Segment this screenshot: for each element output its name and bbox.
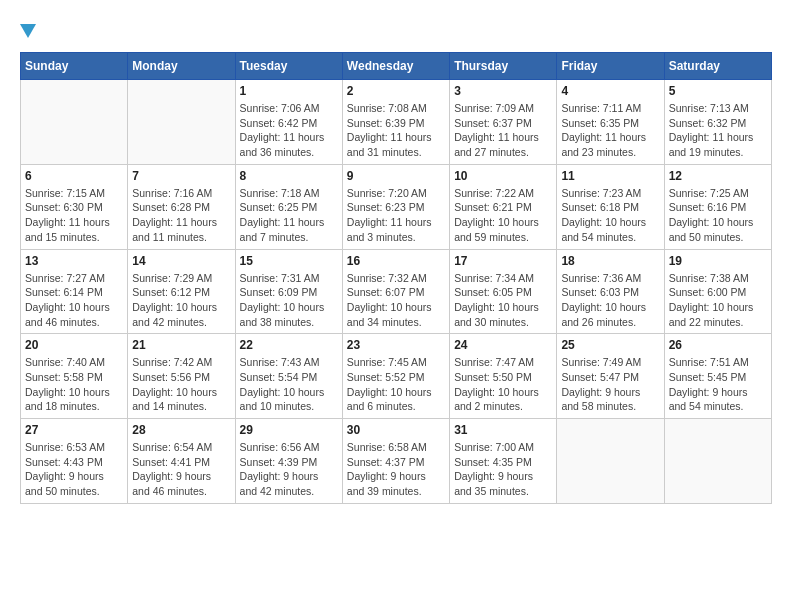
weekday-header-tuesday: Tuesday xyxy=(235,53,342,80)
calendar-cell: 6Sunrise: 7:15 AMSunset: 6:30 PMDaylight… xyxy=(21,164,128,249)
calendar-cell: 3Sunrise: 7:09 AMSunset: 6:37 PMDaylight… xyxy=(450,80,557,165)
day-info: Sunrise: 7:43 AMSunset: 5:54 PMDaylight:… xyxy=(240,355,338,414)
calendar-cell: 24Sunrise: 7:47 AMSunset: 5:50 PMDayligh… xyxy=(450,334,557,419)
day-info: Sunrise: 7:32 AMSunset: 6:07 PMDaylight:… xyxy=(347,271,445,330)
page-header xyxy=(20,20,772,42)
svg-marker-0 xyxy=(20,24,36,38)
day-number: 16 xyxy=(347,254,445,268)
day-info: Sunrise: 7:40 AMSunset: 5:58 PMDaylight:… xyxy=(25,355,123,414)
weekday-header-friday: Friday xyxy=(557,53,664,80)
calendar-table: SundayMondayTuesdayWednesdayThursdayFrid… xyxy=(20,52,772,504)
day-number: 17 xyxy=(454,254,552,268)
calendar-week-row: 1Sunrise: 7:06 AMSunset: 6:42 PMDaylight… xyxy=(21,80,772,165)
day-number: 23 xyxy=(347,338,445,352)
calendar-cell: 21Sunrise: 7:42 AMSunset: 5:56 PMDayligh… xyxy=(128,334,235,419)
day-info: Sunrise: 7:23 AMSunset: 6:18 PMDaylight:… xyxy=(561,186,659,245)
calendar-cell: 31Sunrise: 7:00 AMSunset: 4:35 PMDayligh… xyxy=(450,419,557,504)
weekday-header-wednesday: Wednesday xyxy=(342,53,449,80)
weekday-header-sunday: Sunday xyxy=(21,53,128,80)
calendar-cell: 19Sunrise: 7:38 AMSunset: 6:00 PMDayligh… xyxy=(664,249,771,334)
day-number: 31 xyxy=(454,423,552,437)
day-info: Sunrise: 7:18 AMSunset: 6:25 PMDaylight:… xyxy=(240,186,338,245)
day-info: Sunrise: 7:25 AMSunset: 6:16 PMDaylight:… xyxy=(669,186,767,245)
day-info: Sunrise: 6:58 AMSunset: 4:37 PMDaylight:… xyxy=(347,440,445,499)
day-number: 22 xyxy=(240,338,338,352)
calendar-cell: 26Sunrise: 7:51 AMSunset: 5:45 PMDayligh… xyxy=(664,334,771,419)
day-number: 7 xyxy=(132,169,230,183)
day-number: 3 xyxy=(454,84,552,98)
calendar-cell: 22Sunrise: 7:43 AMSunset: 5:54 PMDayligh… xyxy=(235,334,342,419)
day-number: 4 xyxy=(561,84,659,98)
day-info: Sunrise: 7:08 AMSunset: 6:39 PMDaylight:… xyxy=(347,101,445,160)
day-number: 5 xyxy=(669,84,767,98)
calendar-cell: 28Sunrise: 6:54 AMSunset: 4:41 PMDayligh… xyxy=(128,419,235,504)
day-info: Sunrise: 7:49 AMSunset: 5:47 PMDaylight:… xyxy=(561,355,659,414)
day-info: Sunrise: 7:45 AMSunset: 5:52 PMDaylight:… xyxy=(347,355,445,414)
calendar-cell: 23Sunrise: 7:45 AMSunset: 5:52 PMDayligh… xyxy=(342,334,449,419)
calendar-cell: 30Sunrise: 6:58 AMSunset: 4:37 PMDayligh… xyxy=(342,419,449,504)
calendar-cell: 5Sunrise: 7:13 AMSunset: 6:32 PMDaylight… xyxy=(664,80,771,165)
day-info: Sunrise: 7:06 AMSunset: 6:42 PMDaylight:… xyxy=(240,101,338,160)
calendar-week-row: 6Sunrise: 7:15 AMSunset: 6:30 PMDaylight… xyxy=(21,164,772,249)
day-info: Sunrise: 7:00 AMSunset: 4:35 PMDaylight:… xyxy=(454,440,552,499)
calendar-cell xyxy=(128,80,235,165)
calendar-cell: 11Sunrise: 7:23 AMSunset: 6:18 PMDayligh… xyxy=(557,164,664,249)
day-info: Sunrise: 7:31 AMSunset: 6:09 PMDaylight:… xyxy=(240,271,338,330)
day-info: Sunrise: 7:20 AMSunset: 6:23 PMDaylight:… xyxy=(347,186,445,245)
day-info: Sunrise: 7:13 AMSunset: 6:32 PMDaylight:… xyxy=(669,101,767,160)
day-number: 13 xyxy=(25,254,123,268)
day-info: Sunrise: 7:42 AMSunset: 5:56 PMDaylight:… xyxy=(132,355,230,414)
day-number: 12 xyxy=(669,169,767,183)
calendar-week-row: 20Sunrise: 7:40 AMSunset: 5:58 PMDayligh… xyxy=(21,334,772,419)
day-number: 20 xyxy=(25,338,123,352)
day-number: 2 xyxy=(347,84,445,98)
day-info: Sunrise: 7:47 AMSunset: 5:50 PMDaylight:… xyxy=(454,355,552,414)
day-info: Sunrise: 7:16 AMSunset: 6:28 PMDaylight:… xyxy=(132,186,230,245)
day-info: Sunrise: 7:51 AMSunset: 5:45 PMDaylight:… xyxy=(669,355,767,414)
day-info: Sunrise: 6:54 AMSunset: 4:41 PMDaylight:… xyxy=(132,440,230,499)
day-info: Sunrise: 7:15 AMSunset: 6:30 PMDaylight:… xyxy=(25,186,123,245)
day-number: 9 xyxy=(347,169,445,183)
calendar-cell: 15Sunrise: 7:31 AMSunset: 6:09 PMDayligh… xyxy=(235,249,342,334)
calendar-cell: 1Sunrise: 7:06 AMSunset: 6:42 PMDaylight… xyxy=(235,80,342,165)
calendar-week-row: 27Sunrise: 6:53 AMSunset: 4:43 PMDayligh… xyxy=(21,419,772,504)
day-number: 19 xyxy=(669,254,767,268)
day-info: Sunrise: 7:34 AMSunset: 6:05 PMDaylight:… xyxy=(454,271,552,330)
calendar-cell xyxy=(21,80,128,165)
day-number: 30 xyxy=(347,423,445,437)
weekday-header-saturday: Saturday xyxy=(664,53,771,80)
calendar-cell: 18Sunrise: 7:36 AMSunset: 6:03 PMDayligh… xyxy=(557,249,664,334)
logo-arrow-icon xyxy=(20,20,36,42)
calendar-cell: 10Sunrise: 7:22 AMSunset: 6:21 PMDayligh… xyxy=(450,164,557,249)
day-number: 21 xyxy=(132,338,230,352)
calendar-cell: 4Sunrise: 7:11 AMSunset: 6:35 PMDaylight… xyxy=(557,80,664,165)
day-number: 18 xyxy=(561,254,659,268)
day-number: 15 xyxy=(240,254,338,268)
calendar-cell xyxy=(557,419,664,504)
calendar-week-row: 13Sunrise: 7:27 AMSunset: 6:14 PMDayligh… xyxy=(21,249,772,334)
day-number: 28 xyxy=(132,423,230,437)
day-number: 25 xyxy=(561,338,659,352)
weekday-header-thursday: Thursday xyxy=(450,53,557,80)
calendar-cell: 13Sunrise: 7:27 AMSunset: 6:14 PMDayligh… xyxy=(21,249,128,334)
calendar-cell: 29Sunrise: 6:56 AMSunset: 4:39 PMDayligh… xyxy=(235,419,342,504)
day-info: Sunrise: 7:22 AMSunset: 6:21 PMDaylight:… xyxy=(454,186,552,245)
day-number: 11 xyxy=(561,169,659,183)
day-number: 6 xyxy=(25,169,123,183)
logo xyxy=(20,20,36,42)
day-info: Sunrise: 6:53 AMSunset: 4:43 PMDaylight:… xyxy=(25,440,123,499)
day-info: Sunrise: 7:29 AMSunset: 6:12 PMDaylight:… xyxy=(132,271,230,330)
day-info: Sunrise: 7:27 AMSunset: 6:14 PMDaylight:… xyxy=(25,271,123,330)
calendar-cell: 14Sunrise: 7:29 AMSunset: 6:12 PMDayligh… xyxy=(128,249,235,334)
calendar-cell: 8Sunrise: 7:18 AMSunset: 6:25 PMDaylight… xyxy=(235,164,342,249)
day-number: 8 xyxy=(240,169,338,183)
day-info: Sunrise: 7:09 AMSunset: 6:37 PMDaylight:… xyxy=(454,101,552,160)
day-number: 10 xyxy=(454,169,552,183)
calendar-cell: 7Sunrise: 7:16 AMSunset: 6:28 PMDaylight… xyxy=(128,164,235,249)
calendar-cell: 25Sunrise: 7:49 AMSunset: 5:47 PMDayligh… xyxy=(557,334,664,419)
calendar-cell: 2Sunrise: 7:08 AMSunset: 6:39 PMDaylight… xyxy=(342,80,449,165)
calendar-cell: 17Sunrise: 7:34 AMSunset: 6:05 PMDayligh… xyxy=(450,249,557,334)
calendar-cell: 9Sunrise: 7:20 AMSunset: 6:23 PMDaylight… xyxy=(342,164,449,249)
day-number: 29 xyxy=(240,423,338,437)
weekday-header-monday: Monday xyxy=(128,53,235,80)
